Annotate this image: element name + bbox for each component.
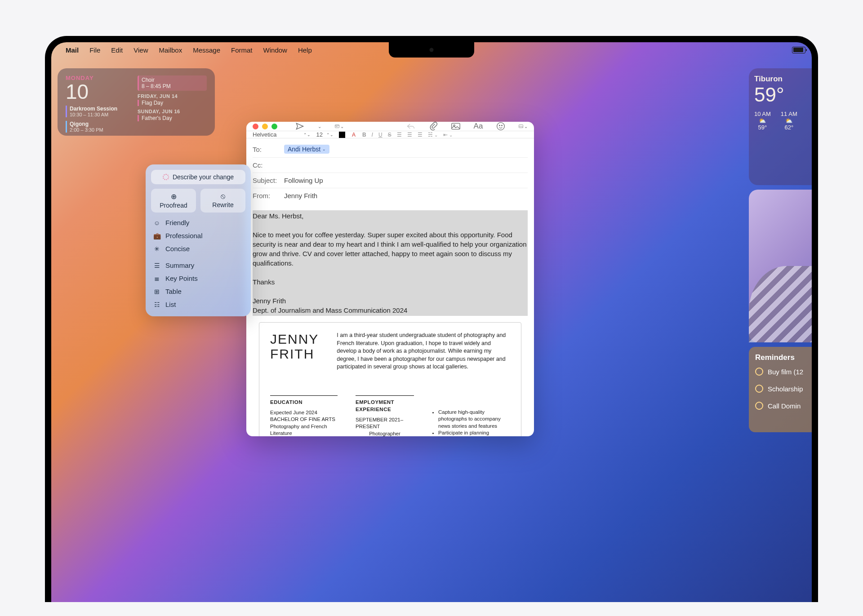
mail-compose-window: ⌄ ⌄ Aa ⌄ Helvetica⌃⌄ 12⌃⌄ A B I U (246, 122, 534, 436)
svg-point-6 (499, 125, 500, 126)
education-header: EDUCATION (270, 395, 338, 406)
briefcase-icon: 💼 (153, 232, 161, 239)
reminder-item[interactable]: Buy film (12 (755, 368, 812, 376)
weather-hour-temp: 62° (781, 124, 797, 131)
bold-button[interactable]: B (362, 132, 366, 138)
radio-icon[interactable] (755, 385, 763, 393)
transform-summary[interactable]: ☰Summary (151, 259, 245, 272)
mail-body[interactable]: Dear Ms. Herbst, Nice to meet you for co… (246, 206, 534, 436)
chevron-down-icon[interactable]: ⌄ (322, 147, 326, 151)
transform-keypoints[interactable]: ≣Key Points (151, 272, 245, 285)
cal-event-title: Qigong (70, 121, 138, 127)
to-label: To: (253, 146, 284, 153)
proofread-button[interactable]: ⊕ Proofread (151, 189, 196, 213)
reminders-title: Reminders (755, 353, 812, 362)
table-icon: ⊞ (153, 288, 161, 295)
attach-icon[interactable] (429, 122, 438, 131)
reminders-widget[interactable]: Reminders Buy film (12 Scholarship Call … (749, 347, 812, 432)
menu-help[interactable]: Help (293, 44, 317, 56)
attachment-bio: I am a third-year student undergraduate … (337, 332, 510, 371)
weather-temp: 59° (754, 84, 812, 106)
app-menu[interactable]: Mail (60, 44, 84, 56)
weather-widget[interactable]: Tiburon 59° 10 AM ⛅ 59° 11 AM ⛅ 62° (749, 68, 812, 185)
rewrite-button[interactable]: ⦸ Rewrite (200, 189, 245, 213)
svg-rect-3 (452, 123, 460, 129)
battery-icon[interactable] (792, 47, 805, 53)
menu-message[interactable]: Message (187, 44, 226, 56)
align-left-icon[interactable]: ☰ (397, 132, 402, 138)
photos-widget[interactable] (749, 190, 812, 342)
menu-file[interactable]: File (84, 44, 106, 56)
sparkle-icon (163, 174, 169, 180)
menu-window[interactable]: Window (258, 44, 293, 56)
cal-event-title: Choir (142, 77, 204, 83)
tone-professional[interactable]: 💼Professional (151, 229, 245, 242)
list-icon[interactable]: ☵ ⌄ (428, 132, 438, 138)
chevron-down-icon[interactable]: ⌄ (318, 124, 321, 129)
lines-icon: ☰ (153, 262, 161, 269)
indent-icon[interactable]: ⇤ ⌄ (443, 132, 453, 138)
window-titlebar: ⌄ ⌄ Aa ⌄ (246, 122, 534, 131)
send-icon[interactable] (295, 122, 304, 131)
tone-concise[interactable]: ✳Concise (151, 242, 245, 255)
body-text: Nice to meet you for coffee yesterday. S… (253, 230, 528, 268)
zoom-button[interactable] (271, 124, 277, 129)
text-color-icon[interactable]: A (351, 132, 357, 138)
reply-icon[interactable] (406, 122, 415, 131)
subject-field[interactable]: Following Up (284, 177, 323, 184)
employment-header: EMPLOYMENT EXPERIENCE (356, 395, 414, 413)
mail-headers: To: Andi Herbst⌄ Cc: Subject: Following … (246, 138, 534, 206)
menu-format[interactable]: Format (226, 44, 258, 56)
menu-edit[interactable]: Edit (106, 44, 128, 56)
photo-browser-icon[interactable] (451, 122, 460, 131)
size-selector[interactable]: 12⌃⌄ (316, 131, 333, 138)
transform-table[interactable]: ⊞Table (151, 285, 245, 298)
format-icon[interactable]: Aa (474, 122, 483, 131)
weather-hour-label: 10 AM (754, 111, 771, 117)
window-controls (253, 124, 277, 129)
radio-icon[interactable] (755, 368, 763, 376)
weather-hour-label: 11 AM (781, 111, 797, 117)
screen: Mail File Edit View Mailbox Message Form… (51, 42, 812, 602)
close-button[interactable] (253, 124, 258, 129)
align-center-icon[interactable]: ☰ (407, 132, 412, 138)
svg-rect-8 (519, 125, 523, 128)
italic-button[interactable]: I (372, 132, 373, 138)
body-signature: Jenny Frith (253, 296, 528, 306)
writing-tools-popover: Describe your change ⊕ Proofread ⦸ Rewri… (146, 164, 251, 316)
color-swatch-icon[interactable] (339, 132, 345, 138)
menu-mailbox[interactable]: Mailbox (153, 44, 187, 56)
cal-date-header: FRIDAY, JUN 14 (138, 93, 207, 99)
cal-event-title: Father's Day (142, 115, 172, 121)
attachment-preview[interactable]: JENNYFRITH I am a third-year student und… (259, 322, 521, 436)
header-fields-icon[interactable]: ⌄ (335, 122, 344, 131)
radio-icon[interactable] (755, 402, 763, 410)
svg-point-5 (497, 123, 505, 130)
underline-button[interactable]: U (378, 132, 383, 138)
emoji-icon[interactable] (496, 122, 505, 131)
weather-hour-temp: 59° (754, 124, 771, 131)
align-right-icon[interactable]: ☰ (418, 132, 423, 138)
body-text: Thanks (253, 277, 528, 287)
strike-button[interactable]: S (388, 132, 391, 138)
from-label: From: (253, 192, 284, 199)
reminder-item[interactable]: Scholarship (755, 385, 812, 393)
cal-date-header: SUNDAY, JUN 16 (138, 109, 207, 114)
calendar-day-number: 10 (66, 81, 138, 102)
body-signature: Dept. of Journalism and Mass Communicati… (253, 306, 528, 315)
reminder-item[interactable]: Call Domin (755, 402, 812, 410)
transform-list[interactable]: ☷List (151, 298, 245, 311)
minimize-button[interactable] (262, 124, 268, 129)
describe-change-field[interactable]: Describe your change (151, 170, 245, 184)
font-selector[interactable]: Helvetica⌃⌄ (253, 131, 311, 138)
tone-friendly[interactable]: ☺Friendly (151, 216, 245, 229)
from-field[interactable]: Jenny Frith (284, 192, 317, 199)
sparkle-icon: ✳ (153, 245, 161, 253)
pen-icon: ⦸ (202, 192, 244, 200)
calendar-widget[interactable]: MONDAY 10 Darkroom Session 10:30 – 11:30… (58, 68, 215, 136)
photo-content (749, 266, 812, 342)
insert-photo-icon[interactable]: ⌄ (519, 122, 528, 131)
recipient-chip[interactable]: Andi Herbst⌄ (284, 145, 329, 154)
display-notch (389, 42, 474, 58)
menu-view[interactable]: View (128, 44, 153, 56)
